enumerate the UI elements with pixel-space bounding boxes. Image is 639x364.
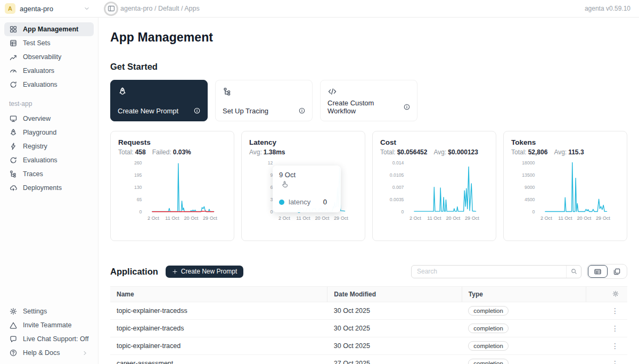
lightning-icon	[9, 142, 18, 151]
evaluators-icon	[9, 67, 18, 75]
version-label: agenta v0.59.10	[585, 5, 639, 12]
sidebar-item-settings[interactable]: Settings	[4, 304, 94, 318]
svg-text:0.0035: 0.0035	[390, 197, 404, 202]
svg-text:0.0105: 0.0105	[390, 172, 404, 178]
evaluations-icon	[9, 156, 18, 164]
sidebar-item-deployments[interactable]: Deployments	[4, 181, 94, 195]
row-menu-icon[interactable]: ⋮	[611, 342, 619, 350]
row-menu-icon[interactable]: ⋮	[611, 307, 619, 315]
chart-stat: Total:458	[118, 148, 146, 156]
get-started-title: Get Started	[110, 62, 627, 72]
set-up-tracing-card[interactable]: Set Up Tracing	[215, 80, 313, 121]
sidebar-item-help-docs[interactable]: Help & Docs	[4, 346, 94, 360]
table-header-row: Name Date Modified Type	[110, 287, 627, 302]
sidebar-item-overview[interactable]: Overview	[4, 112, 94, 126]
sidebar-item-label: Registry	[23, 143, 47, 150]
sidebar-collapse-button[interactable]	[106, 4, 116, 14]
create-custom-workflow-card[interactable]: Create Custom Workflow	[320, 80, 417, 121]
table-row[interactable]: topic-explainer-tracedss30 Oct 2025compl…	[110, 302, 627, 320]
plus-icon	[172, 269, 178, 275]
create-new-prompt-button[interactable]: Create New Prompt	[166, 266, 243, 278]
chart-plot[interactable]: 2601951306502 Oct11 Oct20 Oct29 Oct	[118, 157, 226, 225]
table-row[interactable]: topic-explainer-traceds30 Oct 2025comple…	[110, 320, 627, 337]
chart-title: Cost	[380, 138, 488, 146]
svg-text:0: 0	[532, 209, 535, 214]
chart-plot[interactable]: 18000135009000450002 Oct11 Oct20 Oct29 O…	[511, 157, 619, 225]
main-content: App Management Get Started Create New Pr…	[99, 18, 639, 364]
row-menu-icon[interactable]: ⋮	[611, 359, 619, 364]
chart-stats: Avg:1.38ms	[249, 148, 357, 156]
svg-text:4500: 4500	[525, 197, 535, 202]
card-label: Set Up Tracing	[223, 107, 268, 115]
svg-text:11 Oct: 11 Oct	[427, 216, 441, 221]
button-label: Create New Prompt	[181, 268, 237, 275]
sidebar-item-live-chat[interactable]: Live Chat Support: Off	[4, 332, 94, 346]
row-menu-icon[interactable]: ⋮	[611, 324, 619, 333]
chart-stats: Total:458Failed:0.03%	[118, 148, 226, 156]
row-actions-cell: ⋮	[586, 355, 627, 364]
type-cell: completion	[462, 320, 586, 337]
top-bar: A agenta-pro agenta-pro / Default / Apps…	[0, 0, 639, 18]
sidebar-item-observability[interactable]: Observability	[4, 50, 94, 64]
sidebar-item-evaluations[interactable]: Evaluations	[4, 78, 94, 92]
sidebar-item-traces[interactable]: Traces	[4, 167, 94, 181]
sidebar-item-invite-teammate[interactable]: Invite Teammate	[4, 318, 94, 332]
type-badge: completion	[468, 324, 509, 333]
sidebar-item-label: Help & Docs	[23, 349, 60, 357]
sidebar-item-app-management[interactable]: App Management	[4, 22, 94, 36]
type-badge: completion	[468, 359, 509, 364]
column-header-date-modified[interactable]: Date Modified	[327, 287, 462, 302]
search-input[interactable]	[412, 268, 566, 275]
card-view-button[interactable]	[608, 265, 626, 278]
search-icon[interactable]	[566, 266, 581, 278]
requests-chart-card: Requests Total:458Failed:0.03% 260195130…	[110, 131, 234, 241]
sidebar-item-label: Live Chat Support: Off	[23, 335, 88, 343]
gear-icon[interactable]	[611, 289, 620, 298]
svg-text:29 Oct: 29 Oct	[334, 216, 348, 221]
chart-plot[interactable]: 0.0140.01050.0070.003502 Oct11 Oct20 Oct…	[380, 157, 488, 225]
svg-text:9000: 9000	[525, 185, 535, 190]
breadcrumb[interactable]: agenta-pro / Default / Apps	[120, 5, 200, 12]
workspace-selector[interactable]: A agenta-pro	[0, 3, 99, 14]
info-icon[interactable]	[403, 103, 411, 111]
sidebar-item-registry[interactable]: Registry	[4, 139, 94, 153]
svg-text:260: 260	[134, 160, 142, 166]
observability-icon	[9, 53, 18, 61]
svg-text:20 Oct: 20 Oct	[315, 216, 329, 221]
app-name-cell[interactable]: topic-explainer-traceds	[110, 320, 327, 337]
column-header-type[interactable]: Type	[462, 287, 586, 302]
sidebar-item-playground[interactable]: Playground	[4, 126, 94, 139]
table-row[interactable]: topic-explainer-traced30 Oct 2025complet…	[110, 337, 627, 355]
info-icon[interactable]	[298, 106, 306, 115]
chevron-right-icon	[80, 349, 89, 357]
info-icon[interactable]	[193, 106, 201, 115]
sidebar-item-evaluations-app[interactable]: Evaluations	[4, 153, 94, 167]
svg-text:18000: 18000	[522, 160, 535, 166]
sidebar: App Management Test Sets Observability E…	[0, 18, 99, 364]
app-root: A agenta-pro agenta-pro / Default / Apps…	[0, 0, 639, 364]
table-row[interactable]: career-assessment27 Oct 2025completion⋮	[110, 355, 627, 364]
chevron-down-icon	[83, 4, 91, 13]
svg-text:29 Oct: 29 Oct	[465, 216, 479, 221]
svg-text:0: 0	[140, 209, 142, 214]
sidebar-item-label: Invite Teammate	[23, 321, 71, 329]
svg-text:29 Oct: 29 Oct	[596, 216, 610, 221]
tooltip-value: 0	[323, 198, 334, 206]
view-toggle	[587, 264, 627, 279]
tooltip-date: 9 Oct	[279, 171, 334, 179]
type-badge: completion	[468, 341, 509, 351]
chart-stat: Avg:1.38ms	[249, 148, 285, 156]
column-header-name[interactable]: Name	[110, 287, 327, 302]
svg-text:20 Oct: 20 Oct	[577, 216, 591, 221]
series-dot	[279, 200, 284, 205]
tooltip-series-label: latency	[289, 198, 310, 206]
chart-svg: 0.0140.01050.0070.003502 Oct11 Oct20 Oct…	[380, 157, 488, 225]
sidebar-item-label: Traces	[23, 170, 43, 178]
app-name-cell[interactable]: topic-explainer-traced	[110, 337, 327, 355]
sidebar-item-evaluators[interactable]: Evaluators	[4, 64, 94, 78]
table-view-button[interactable]	[588, 265, 608, 278]
app-name-cell[interactable]: topic-explainer-tracedss	[110, 302, 327, 320]
create-new-prompt-card[interactable]: Create New Prompt	[110, 80, 208, 121]
sidebar-item-test-sets[interactable]: Test Sets	[4, 36, 94, 50]
app-name-cell[interactable]: career-assessment	[110, 355, 327, 364]
